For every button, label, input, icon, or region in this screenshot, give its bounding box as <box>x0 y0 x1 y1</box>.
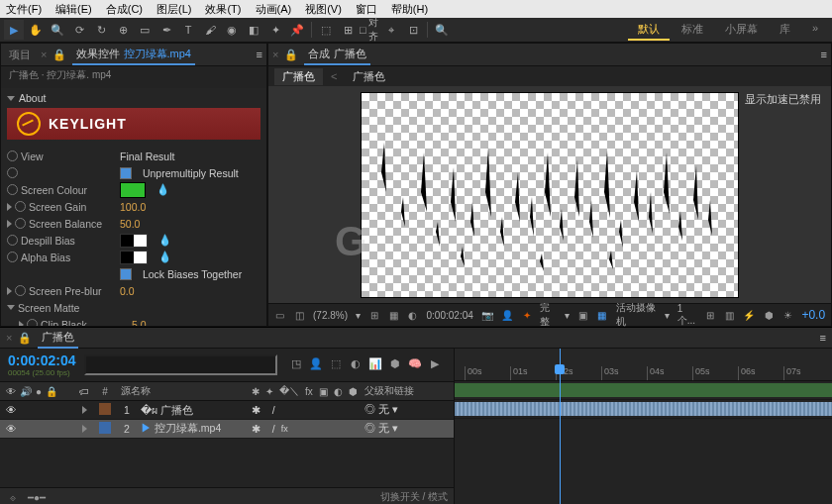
resolution-icon[interactable]: ⊞ <box>368 308 380 322</box>
eyedropper-icon[interactable]: 💧 <box>156 183 170 197</box>
eraser-tool[interactable]: ◧ <box>244 20 263 40</box>
lock-icon[interactable]: 🔒 <box>284 48 298 61</box>
eyedropper-icon[interactable]: 💧 <box>158 251 172 264</box>
lock-biases-checkbox[interactable] <box>120 268 132 280</box>
puppet-tool[interactable]: 📌 <box>287 20 307 40</box>
rotate-tool[interactable]: ↻ <box>91 20 111 40</box>
3d-icon[interactable]: ⬢ <box>763 308 775 322</box>
zoom-level[interactable]: (72.8%) <box>313 310 348 321</box>
panel-menu-icon[interactable]: ≡ <box>820 332 826 344</box>
visibility-toggle[interactable]: 👁 <box>6 404 18 416</box>
snap-toggle[interactable]: □ 对齐 <box>360 20 379 40</box>
workspace-default[interactable]: 默认 <box>628 20 670 41</box>
panel-menu-icon[interactable]: ≡ <box>821 49 827 60</box>
view-dropdown[interactable]: Final Result <box>120 151 174 162</box>
unpremult-checkbox[interactable] <box>120 167 132 179</box>
effect-header[interactable]: About <box>7 92 260 104</box>
roto-tool[interactable]: ✦ <box>265 20 285 40</box>
menu-edit[interactable]: 编辑(E) <box>55 2 92 17</box>
rect-tool[interactable]: ▭ <box>135 20 155 40</box>
viewer-timecode[interactable]: 0:00:02:04 <box>427 310 473 321</box>
selection-tool[interactable]: ▶ <box>4 20 24 40</box>
workspace-standard[interactable]: 标准 <box>672 20 713 41</box>
screen-colour-swatch[interactable] <box>120 182 146 198</box>
tab-project[interactable]: 项目 <box>5 46 35 64</box>
workspace-more[interactable]: » <box>802 20 828 41</box>
menu-view[interactable]: 视图(V) <box>305 2 342 17</box>
playhead[interactable] <box>560 349 561 504</box>
menu-comp[interactable]: 合成(C) <box>106 2 143 17</box>
zoom-tool[interactable]: 🔍 <box>48 20 67 40</box>
layer2-clip[interactable] <box>455 402 832 416</box>
menu-effect[interactable]: 效果(T) <box>205 2 241 17</box>
timeline-tracks[interactable]: 00s 01s 02s 03s 04s 05s 06s 07s <box>455 349 832 504</box>
graph-icon[interactable]: 📊 <box>368 357 382 371</box>
clip-black-value[interactable]: 5.0 <box>132 319 147 327</box>
brain-icon[interactable]: 🧠 <box>408 357 422 371</box>
timeline-search[interactable] <box>84 354 278 375</box>
orbit-tool[interactable]: ⟳ <box>69 20 89 40</box>
exposure-value[interactable]: +0.0 <box>801 308 825 322</box>
render-icon[interactable]: ▶ <box>428 357 442 371</box>
resolution-dropdown[interactable]: 完整 <box>540 301 556 329</box>
timeline-tab[interactable]: 广播色 <box>38 328 78 349</box>
brush-tool[interactable]: 🖌 <box>200 20 220 40</box>
current-timecode[interactable]: 0:00:02:04 <box>8 353 76 368</box>
alpha-swatch[interactable] <box>120 251 148 264</box>
comp-subtab-active[interactable]: 广播色 <box>274 68 323 85</box>
toggle-switches-button[interactable]: 切换开关 / 模式 <box>380 490 448 504</box>
layer-row-2[interactable]: 👁 2 ▶ 控刀绿幕.mp4 ✱ / fx ◎ 无 ▾ <box>0 420 454 439</box>
despill-swatch[interactable] <box>120 234 148 248</box>
toggle-switches-icon[interactable]: ⟐ <box>6 490 20 504</box>
text-tool[interactable]: T <box>178 20 198 40</box>
eyedropper-icon[interactable]: 💧 <box>158 234 172 248</box>
tab-effect-controls[interactable]: 效果控件 控刀绿幕.mp4 <box>72 45 195 65</box>
exposure-icon[interactable]: ☀ <box>782 308 794 322</box>
pen-tool[interactable]: ✒ <box>156 20 176 40</box>
menu-layer[interactable]: 图层(L) <box>156 2 191 17</box>
workspace-lib[interactable]: 库 <box>770 20 800 41</box>
view-layout-icon[interactable]: ⊞ <box>704 308 716 322</box>
menu-help[interactable]: 帮助(H) <box>391 2 428 17</box>
panel-menu-icon[interactable]: ≡ <box>257 49 262 60</box>
screen-balance-value[interactable]: 50.0 <box>120 218 140 230</box>
visibility-toggle[interactable]: 👁 <box>6 423 18 435</box>
pixel-aspect-icon[interactable]: ▥ <box>724 308 736 322</box>
menu-window[interactable]: 窗口 <box>356 2 377 17</box>
layer-row-1[interactable]: 👁 1 �ผ 广播色 ✱ / ◎ 无 ▾ <box>0 401 454 420</box>
lock-icon[interactable]: 🔒 <box>52 48 66 61</box>
grid-icon[interactable]: ▦ <box>388 308 400 322</box>
fast-preview-icon[interactable]: ⚡ <box>743 308 755 322</box>
world-axis-icon[interactable]: ⊞ <box>338 20 358 40</box>
snapshot-icon[interactable]: 📷 <box>481 308 493 322</box>
channel-icon[interactable]: ◫ <box>294 308 306 322</box>
stamp-tool[interactable]: ◉ <box>222 20 242 40</box>
menu-file[interactable]: 文件(F) <box>6 2 42 17</box>
mask-icon[interactable]: ◐ <box>407 308 419 322</box>
hide-shy-icon[interactable]: 👤 <box>309 357 323 371</box>
camera-dropdown[interactable]: 活动摄像机 <box>616 301 657 329</box>
preblur-value[interactable]: 0.0 <box>120 285 135 297</box>
local-axis-icon[interactable]: ⬚ <box>316 20 336 40</box>
snap-icon-2[interactable]: ⊡ <box>403 20 423 40</box>
comp-viewer[interactable]: 显示加速已禁用 <box>268 86 831 303</box>
menu-anim[interactable]: 动画(A) <box>256 2 292 17</box>
views-dropdown[interactable]: 1个... <box>677 303 697 328</box>
region-icon[interactable]: ▣ <box>577 308 589 322</box>
eye-header-icon[interactable]: 👁 <box>6 386 16 397</box>
lock-icon[interactable]: 🔒 <box>18 331 32 345</box>
anchor-tool[interactable]: ⊕ <box>113 20 133 40</box>
layer1-clip[interactable] <box>455 383 832 397</box>
frame-blend-icon[interactable]: ⬚ <box>329 357 343 371</box>
time-ruler[interactable]: 00s 01s 02s 03s 04s 05s 06s 07s <box>455 349 832 381</box>
tab-composition[interactable]: 合成 广播色 <box>304 45 369 65</box>
transparency-icon[interactable]: ▦ <box>596 308 608 322</box>
motion-blur-icon[interactable]: ◐ <box>349 357 363 371</box>
hand-tool[interactable]: ✋ <box>26 20 46 40</box>
workspace-small[interactable]: 小屏幕 <box>715 20 768 41</box>
zoom-slider-icon[interactable]: ━●━ <box>30 490 44 504</box>
comp-mini-icon[interactable]: ◳ <box>289 357 303 371</box>
snap-icon[interactable]: ⌖ <box>381 20 401 40</box>
comp-subtab[interactable]: 广播色 <box>345 68 393 85</box>
draft3d-icon[interactable]: ⬢ <box>388 357 402 371</box>
